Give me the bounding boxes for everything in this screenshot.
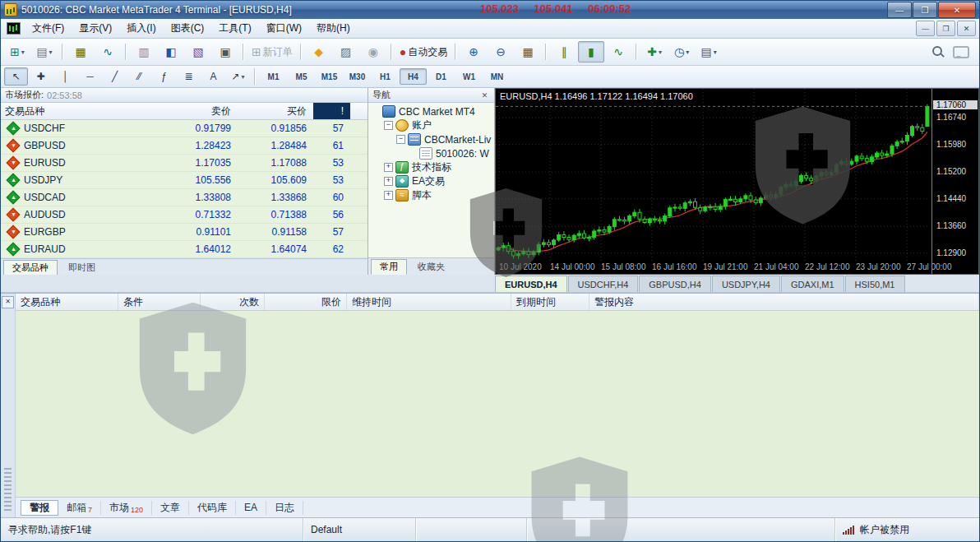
- market-watch-row[interactable]: ▲EURAUD1.640121.6407462: [1, 241, 368, 258]
- timeframe-m1-button[interactable]: M1: [260, 68, 287, 85]
- mdi-restore-button[interactable]: ❐: [936, 21, 955, 36]
- search-icon[interactable]: [932, 46, 945, 58]
- navigator-tab[interactable]: 收藏夹: [409, 259, 454, 275]
- market-watch-row[interactable]: ▲USDCAD1.338081.3386860: [1, 189, 368, 206]
- data-window-toggle-button[interactable]: ◧: [158, 41, 184, 63]
- market-watch-row[interactable]: ▼EURGBP0.911010.9115857: [1, 224, 368, 241]
- metaeditor-button[interactable]: ◆: [306, 41, 332, 63]
- navigator-toggle-button[interactable]: ▧: [185, 41, 211, 63]
- indicators-list-button[interactable]: ✚▾: [641, 41, 668, 63]
- market-watch-row[interactable]: ▼GBPUSD1.284231.2848461: [1, 137, 368, 155]
- menu-item[interactable]: 插入(I): [119, 19, 163, 38]
- title-bar[interactable]: 5010026: CBC Market MetaTrader 4 Termina…: [1, 1, 979, 19]
- chart-tab-gdaxi-m1[interactable]: GDAXI,M1: [781, 276, 844, 292]
- navigator-close-icon[interactable]: ✕: [479, 90, 490, 100]
- terminal-column-6[interactable]: 警报内容: [589, 294, 979, 310]
- arrow-objects-tool-button[interactable]: ↗▾: [226, 67, 250, 86]
- market-watch-row[interactable]: ▲USDJPY105.556105.60953: [1, 172, 368, 189]
- terminal-column-1[interactable]: 条件: [118, 294, 201, 310]
- strategy-tester-button[interactable]: ▨: [333, 41, 359, 63]
- terminal-tab-警报[interactable]: 警报: [21, 500, 58, 516]
- menu-item[interactable]: 图表(C): [164, 19, 212, 38]
- expand-icon[interactable]: +: [384, 191, 393, 200]
- cursor-tool-button[interactable]: ↖: [4, 67, 28, 86]
- crosshair-tool-button[interactable]: ✚: [29, 67, 53, 86]
- terminal-tab-市场[interactable]: 市场120: [101, 501, 152, 515]
- menu-item[interactable]: 窗口(W): [259, 19, 309, 38]
- tree-item[interactable]: +≈脚本: [368, 188, 494, 202]
- timeframe-m5-button[interactable]: M5: [288, 68, 315, 85]
- column-header-0[interactable]: 交易品种: [1, 103, 136, 119]
- candlestick-chart[interactable]: [496, 89, 930, 262]
- profiles-button[interactable]: ▤▾: [31, 41, 58, 63]
- timeframe-h4-button[interactable]: H4: [400, 68, 427, 85]
- panel-grip[interactable]: [4, 468, 12, 511]
- terminal-tab-ea[interactable]: EA: [236, 501, 266, 515]
- tree-item[interactable]: −账户: [368, 118, 494, 132]
- menu-item[interactable]: 帮助(H): [309, 19, 358, 38]
- terminal-close-icon[interactable]: ✕: [2, 296, 14, 308]
- tile-windows-button[interactable]: ▦: [515, 41, 541, 63]
- minimize-button[interactable]: —: [887, 2, 912, 18]
- chart-tab-usdchf-h4[interactable]: USDCHF,H4: [568, 276, 639, 292]
- new-order-button[interactable]: ⊞新订单: [248, 41, 296, 63]
- market-watch-header[interactable]: 市场报价: 02:53:58: [1, 88, 368, 103]
- auto-trading-button[interactable]: ●自动交易: [396, 41, 451, 63]
- chat-icon[interactable]: [953, 46, 969, 58]
- terminal-column-2[interactable]: 次数: [201, 294, 265, 310]
- column-header-3[interactable]: !: [313, 103, 350, 119]
- timeframe-m30-button[interactable]: M30: [344, 68, 371, 85]
- timeframe-d1-button[interactable]: D1: [428, 68, 455, 85]
- mdi-close-button[interactable]: ✕: [957, 21, 976, 36]
- collapse-icon[interactable]: −: [384, 121, 393, 130]
- chart-shift-button[interactable]: ▦: [67, 41, 94, 63]
- mdi-minimize-button[interactable]: —: [916, 21, 935, 36]
- menu-item[interactable]: 文件(F): [25, 19, 72, 38]
- market-watch-tab[interactable]: 即时图: [59, 260, 104, 276]
- hline-tool-button[interactable]: ─: [78, 67, 102, 86]
- timeframe-w1-button[interactable]: W1: [455, 68, 483, 85]
- text-tool-button[interactable]: A: [201, 67, 225, 86]
- expand-icon[interactable]: +: [384, 177, 393, 186]
- status-profile[interactable]: Default: [303, 518, 416, 541]
- market-watch-tab[interactable]: 交易品种: [3, 260, 58, 276]
- menu-item[interactable]: 显示(V): [72, 19, 119, 38]
- column-header-1[interactable]: 卖价: [136, 103, 238, 119]
- market-watch-row[interactable]: ▲USDCHF0.917990.9185657: [1, 120, 368, 137]
- terminal-tab-文章[interactable]: 文章: [152, 501, 189, 515]
- timeframe-m15-button[interactable]: M15: [316, 68, 343, 85]
- chart-tab-eurusd-h4[interactable]: EURUSD,H4: [495, 276, 567, 292]
- vline-tool-button[interactable]: │: [53, 67, 77, 86]
- navigator-tab[interactable]: 常用: [371, 259, 407, 275]
- tree-item[interactable]: +◆EA交易: [368, 174, 494, 188]
- trendline-tool-button[interactable]: ╱: [103, 67, 127, 86]
- terminal-column-5[interactable]: 到期时间: [511, 294, 589, 310]
- zoom-out-button[interactable]: ⊖: [488, 41, 514, 63]
- new-chart-button[interactable]: ⊞▾: [4, 41, 30, 63]
- chart-price-axis[interactable]: 1.170601.167401.159801.152001.144401.136…: [931, 89, 978, 274]
- expand-icon[interactable]: +: [384, 163, 393, 172]
- terminal-tab-日志[interactable]: 日志: [266, 501, 303, 515]
- navigator-header[interactable]: 导航 ✕: [368, 88, 494, 103]
- menu-item[interactable]: 工具(T): [211, 19, 258, 38]
- bar-chart-mode-button[interactable]: ∥: [551, 41, 577, 63]
- terminal-column-0[interactable]: 交易品种: [16, 294, 118, 310]
- chart-tab-usdjpy-h4[interactable]: USDJPY,H4: [712, 276, 780, 292]
- terminal-tab-邮箱[interactable]: 邮箱7: [58, 501, 101, 515]
- chart-pane[interactable]: EURUSD,H4 1.16496 1.17122 1.16494 1.1706…: [495, 88, 979, 275]
- tree-item[interactable]: 5010026: W: [368, 146, 494, 160]
- column-header-2[interactable]: 买价: [238, 103, 313, 119]
- alerts-empty-area[interactable]: [16, 311, 979, 497]
- chart-tab-gbpusd-h4[interactable]: GBPUSD,H4: [639, 276, 711, 292]
- chart-tab-hsi50-m1[interactable]: HSI50,M1: [845, 276, 905, 292]
- tree-item[interactable]: CBC Market MT4: [368, 104, 494, 118]
- channel-tool-button[interactable]: ⁄⁄: [127, 67, 151, 86]
- terminal-toggle-button[interactable]: ▣: [212, 41, 238, 63]
- status-connection[interactable]: 帐户被禁用: [835, 518, 979, 541]
- candle-chart-mode-button[interactable]: ▮: [578, 41, 604, 63]
- tick-chart-button[interactable]: ∿: [95, 41, 121, 63]
- tree-item[interactable]: −CBCMarket-Liv: [368, 132, 494, 146]
- tree-item[interactable]: +ƒ技术指标: [368, 160, 494, 174]
- terminal-column-3[interactable]: 限价: [265, 294, 347, 310]
- close-button[interactable]: ✕: [938, 2, 976, 18]
